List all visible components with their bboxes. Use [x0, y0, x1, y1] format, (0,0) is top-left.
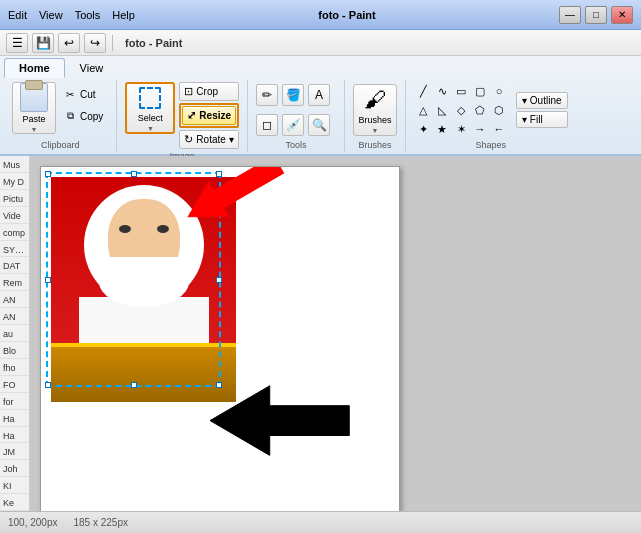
sidebar-item-1[interactable]: My D — [0, 173, 29, 190]
sidebar-item-17[interactable]: JM — [0, 443, 29, 460]
shape-round-rect[interactable]: ▢ — [471, 82, 489, 100]
redo-button[interactable]: ↪ — [84, 33, 106, 53]
text-button[interactable]: A — [308, 84, 330, 106]
fill-button[interactable]: ▾ Fill — [516, 111, 567, 128]
save-button[interactable]: 💾 — [32, 33, 54, 53]
shape-ellipse[interactable]: ○ — [490, 82, 508, 100]
shape-arrow-left[interactable]: ← — [490, 120, 508, 138]
rotate-button[interactable]: ↻ Rotate ▾ — [179, 130, 239, 149]
cut-button[interactable]: ✂ Cut — [58, 84, 108, 104]
sidebar-item-8[interactable]: AN — [0, 291, 29, 308]
title-bar-menu: Edit View Tools Help — [8, 9, 135, 21]
shapes-label: Shapes — [476, 138, 507, 150]
menu-view[interactable]: View — [39, 9, 63, 21]
batik-border — [51, 343, 236, 347]
shape-curve[interactable]: ∿ — [433, 82, 451, 100]
copy-button[interactable]: ⧉ Copy — [58, 106, 108, 126]
canvas-container[interactable] — [30, 156, 641, 511]
sidebar: Mus My D Pictu Vide comp SYST DAT Rem AN… — [0, 156, 30, 511]
resize-icon: ⤢ — [187, 109, 196, 122]
sidebar-item-19[interactable]: KI — [0, 477, 29, 494]
shape-star6[interactable]: ✶ — [452, 120, 470, 138]
resize-button[interactable]: ⤢ Resize — [182, 106, 236, 125]
main-area: Mus My D Pictu Vide comp SYST DAT Rem AN… — [0, 156, 641, 511]
shape-star5[interactable]: ★ — [433, 120, 451, 138]
menu-tools[interactable]: Tools — [75, 9, 101, 21]
pencil-button[interactable]: ✏ — [256, 84, 278, 106]
minimize-button[interactable]: — — [559, 6, 581, 24]
shapes-content: ╱ ∿ ▭ ▢ ○ △ ◺ ◇ ⬠ ⬡ ✦ ★ ✶ → ← — [414, 82, 567, 138]
toolbar-separator — [112, 35, 113, 51]
tab-view[interactable]: View — [65, 58, 119, 78]
crop-button[interactable]: ⊡ Crop — [179, 82, 239, 101]
paste-button[interactable]: Paste ▼ — [12, 82, 56, 134]
sidebar-item-16[interactable]: Ha — [0, 427, 29, 444]
tab-home[interactable]: Home — [4, 58, 65, 78]
sidebar-item-13[interactable]: FO — [0, 376, 29, 393]
window-title: foto - Paint — [135, 9, 559, 21]
ribbon-group-clipboard: Paste ▼ ✂ Cut ⧉ Copy Clipboard — [4, 80, 117, 152]
sidebar-item-9[interactable]: AN — [0, 308, 29, 325]
fill-label: ▾ Fill — [522, 114, 543, 125]
shape-hexagon[interactable]: ⬡ — [490, 101, 508, 119]
undo-button[interactable]: ↩ — [58, 33, 80, 53]
status-bar: 100, 200px 185 x 225px — [0, 511, 641, 533]
brushes-button[interactable]: 🖌 Brushes ▼ — [353, 84, 397, 136]
select-button[interactable]: Select ▼ — [125, 82, 175, 134]
sidebar-item-7[interactable]: Rem — [0, 274, 29, 291]
sidebar-item-4[interactable]: comp — [0, 224, 29, 241]
shape-line[interactable]: ╱ — [414, 82, 432, 100]
eraser-button[interactable]: ◻ — [256, 114, 278, 136]
tools-label: Tools — [286, 138, 307, 150]
brushes-dropdown-arrow: ▼ — [372, 127, 379, 134]
sidebar-item-0[interactable]: Mus — [0, 156, 29, 173]
app-menu-button[interactable]: ☰ — [6, 33, 28, 53]
shape-star4[interactable]: ✦ — [414, 120, 432, 138]
photo-frame — [51, 177, 236, 402]
sidebar-item-10[interactable]: au — [0, 325, 29, 342]
sidebar-item-15[interactable]: Ha — [0, 410, 29, 427]
zoom-button[interactable]: 🔍 — [308, 114, 330, 136]
color-pick-button[interactable]: 💉 — [282, 114, 304, 136]
image-content: Select ▼ ⊡ Crop ⤢ Resize ↻ — [125, 82, 239, 149]
sidebar-item-12[interactable]: fho — [0, 359, 29, 376]
sidebar-item-6[interactable]: DAT — [0, 257, 29, 274]
dashed-rect-icon — [139, 87, 161, 109]
sidebar-item-14[interactable]: for — [0, 393, 29, 410]
crop-resize-buttons: ⊡ Crop ⤢ Resize ↻ Rotate ▾ — [179, 82, 239, 149]
sidebar-item-20[interactable]: Ke — [0, 494, 29, 511]
shapes-grid: ╱ ∿ ▭ ▢ ○ △ ◺ ◇ ⬠ ⬡ ✦ ★ ✶ → ← — [414, 82, 508, 138]
batik-bottom — [51, 347, 236, 402]
menu-edit[interactable]: Edit — [8, 9, 27, 21]
outline-fill-buttons: ▾ Outline ▾ Fill — [516, 92, 567, 128]
sidebar-item-18[interactable]: Joh — [0, 460, 29, 477]
sidebar-item-11[interactable]: Blo — [0, 342, 29, 359]
shape-diamond[interactable]: ◇ — [452, 101, 470, 119]
resize-highlight: ⤢ Resize — [179, 103, 239, 128]
ribbon-group-image: Select ▼ ⊡ Crop ⤢ Resize ↻ — [117, 80, 248, 152]
sidebar-item-5[interactable]: SYST — [0, 241, 29, 258]
tools-content: ✏ 🪣 A ◻ 💉 🔍 — [256, 82, 336, 138]
shape-right-triangle[interactable]: ◺ — [433, 101, 451, 119]
paint-canvas[interactable] — [40, 166, 400, 511]
sidebar-item-2[interactable]: Pictu — [0, 190, 29, 207]
menu-help[interactable]: Help — [112, 9, 135, 21]
shape-rect[interactable]: ▭ — [452, 82, 470, 100]
shape-triangle[interactable]: △ — [414, 101, 432, 119]
ribbon-group-tools: ✏ 🪣 A ◻ 💉 🔍 Tools — [248, 80, 345, 152]
hijab-chin — [99, 257, 189, 307]
maximize-button[interactable]: □ — [585, 6, 607, 24]
shape-pentagon[interactable]: ⬠ — [471, 101, 489, 119]
ribbon-tabs: Home View — [0, 56, 641, 78]
outline-button[interactable]: ▾ Outline — [516, 92, 567, 109]
brushes-content: 🖌 Brushes ▼ — [353, 82, 397, 138]
fill-tool-button[interactable]: 🪣 — [282, 84, 304, 106]
crop-icon: ⊡ — [184, 85, 193, 98]
paste-icon — [20, 83, 48, 112]
select-dropdown-arrow: ▼ — [147, 125, 154, 132]
window-title-toolbar: foto - Paint — [125, 37, 182, 49]
sidebar-item-3[interactable]: Vide — [0, 207, 29, 224]
close-button[interactable]: ✕ — [611, 6, 633, 24]
shape-arrow-right[interactable]: → — [471, 120, 489, 138]
status-size: 185 x 225px — [74, 517, 129, 528]
